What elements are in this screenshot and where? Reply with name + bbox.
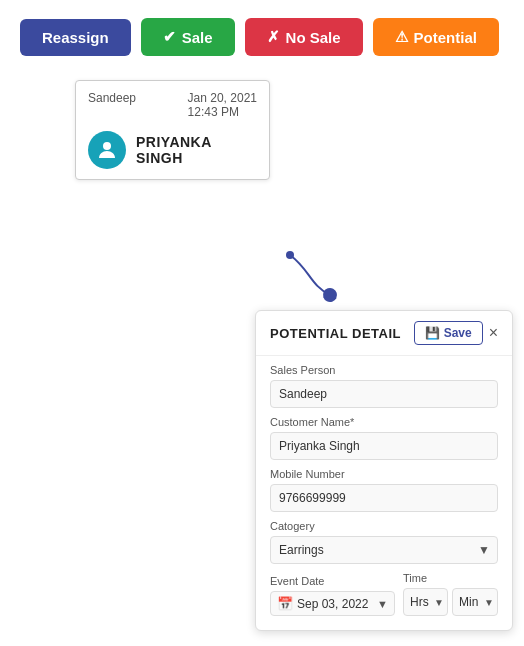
event-date-subgroup: Event Date 📅 Sep 03, 2022 ▼: [270, 575, 395, 616]
customer-name-label: Customer Name*: [270, 416, 498, 428]
svg-point-3: [286, 251, 294, 259]
time-label: Time: [403, 572, 498, 584]
date-chevron-icon: ▼: [377, 598, 388, 610]
save-button[interactable]: 💾 Save: [414, 321, 483, 345]
time-group: Time Hrs ▼ Min ▼: [403, 572, 498, 616]
customer-name-input[interactable]: [270, 432, 498, 460]
avatar: [88, 131, 126, 169]
category-group: Catogery Earrings ▼: [256, 512, 512, 564]
potential-button[interactable]: ⚠ Potential: [373, 18, 499, 56]
min-select[interactable]: Min: [452, 588, 498, 616]
category-select-wrapper: Earrings ▼: [270, 536, 498, 564]
mobile-input[interactable]: [270, 484, 498, 512]
action-bar: Reassign ✔ Sale ✗ No Sale ⚠ Potential: [0, 0, 524, 74]
svg-point-4: [103, 142, 111, 150]
calendar-icon: 📅: [277, 596, 293, 611]
time-selects: Hrs ▼ Min ▼: [403, 588, 498, 616]
detail-panel: POTENTIAL DETAIL 💾 Save × Sales Person C…: [255, 310, 513, 631]
panel-actions: 💾 Save ×: [414, 321, 498, 345]
min-wrapper: Min ▼: [452, 588, 498, 616]
event-row: Event Date 📅 Sep 03, 2022 ▼ Time Hrs ▼: [270, 572, 498, 616]
hrs-wrapper: Hrs ▼: [403, 588, 448, 616]
x-circle-icon: ✗: [267, 28, 280, 46]
event-date-group: Event Date 📅 Sep 03, 2022 ▼ Time Hrs ▼: [256, 564, 512, 616]
exclamation-circle-icon: ⚠: [395, 28, 408, 46]
hrs-select[interactable]: Hrs: [403, 588, 448, 616]
card-header: Sandeep Jan 20, 2021 12:43 PM: [88, 91, 257, 119]
card-agent-name: Sandeep: [88, 91, 136, 119]
panel-title: POTENTIAL DETAIL: [270, 326, 401, 341]
category-label: Catogery: [270, 520, 498, 532]
date-input-wrapper[interactable]: 📅 Sep 03, 2022 ▼: [270, 591, 395, 616]
customer-card: Sandeep Jan 20, 2021 12:43 PM PRIYANKA S…: [75, 80, 270, 180]
card-body: PRIYANKA SINGH: [88, 131, 257, 169]
mobile-group: Mobile Number: [256, 460, 512, 512]
customer-name-group: Customer Name*: [256, 408, 512, 460]
card-datetime: Jan 20, 2021 12:43 PM: [188, 91, 257, 119]
nosale-button[interactable]: ✗ No Sale: [245, 18, 363, 56]
user-icon: [95, 138, 119, 162]
close-button[interactable]: ×: [489, 325, 498, 341]
save-icon: 💾: [425, 326, 440, 340]
mobile-label: Mobile Number: [270, 468, 498, 480]
sales-person-label: Sales Person: [270, 364, 498, 376]
category-select[interactable]: Earrings: [270, 536, 498, 564]
sales-person-input[interactable]: [270, 380, 498, 408]
sale-button[interactable]: ✔ Sale: [141, 18, 235, 56]
event-date-label: Event Date: [270, 575, 395, 587]
check-circle-icon: ✔: [163, 28, 176, 46]
customer-name: PRIYANKA SINGH: [136, 134, 257, 166]
panel-header: POTENTIAL DETAIL 💾 Save ×: [256, 311, 512, 356]
date-value: Sep 03, 2022: [297, 597, 373, 611]
sales-person-group: Sales Person: [256, 356, 512, 408]
reassign-button[interactable]: Reassign: [20, 19, 131, 56]
